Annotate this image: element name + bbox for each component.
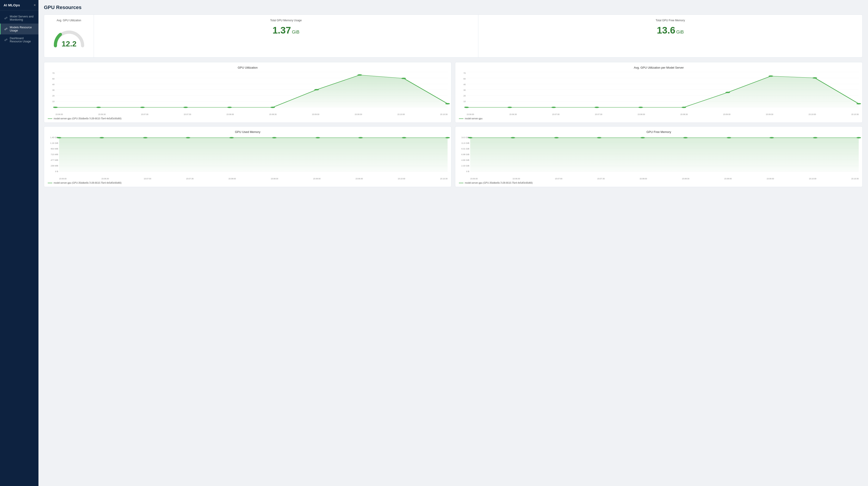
memory-usage-value: 1.37: [273, 26, 291, 35]
gpu-free-memory-title: GPU Free Memory: [459, 130, 859, 134]
sidebar-item-dashboard-resource[interactable]: ☍ Dashboard Resource Usage: [0, 34, 38, 45]
svg-point-35: [857, 103, 861, 105]
avg-gpu-wrapper: 70 60 40 30 20 10 0: [459, 72, 859, 113]
svg-point-67: [683, 137, 688, 138]
gpu-utilization-y-axis: 70 60 40 30 20 10 0: [48, 72, 55, 113]
gpu-used-memory-legend-text: model-server-gpu (GPU-35ddbe6b-7c38-6610…: [54, 182, 122, 184]
sidebar-header: AI MLOps ×: [0, 0, 38, 10]
svg-point-62: [468, 137, 473, 138]
svg-point-66: [640, 137, 645, 138]
svg-point-10: [140, 107, 145, 108]
sidebar-title: AI MLOps: [4, 3, 20, 7]
gauge-title: Avg. GPU Utilization: [49, 19, 89, 22]
gpu-free-memory-chart: GPU Free Memory 14.0 GiB 11.6 GiB 9.31 G…: [455, 126, 863, 187]
avg-gpu-title: Avg. GPU Utilization per Model Server: [459, 66, 859, 69]
gauge-svg: 12.2: [51, 27, 87, 49]
gpu-utilization-title: GPU Utilization: [48, 66, 447, 69]
svg-point-45: [99, 137, 104, 138]
sidebar-item-label-dashboard-resource: Dashboard Resource Usage: [10, 37, 35, 43]
gpu-utilization-svg: [56, 72, 447, 113]
avg-gpu-svg: [467, 72, 859, 113]
svg-point-53: [445, 137, 450, 138]
svg-point-46: [143, 137, 148, 138]
gpu-used-memory-y-axis: 1.40 GiB 1.16 GiB 954 MiB 715 MiB 477 Mi…: [48, 136, 58, 177]
gpu-utilization-legend: model-server-gpu (GPU-35ddbe6b-7c38-6610…: [48, 117, 447, 120]
memory-usage-card: Total GPU Memory Usage 1.37 GiB: [94, 15, 478, 57]
gauge-card: Avg. GPU Utilization 12.2: [44, 15, 94, 57]
gpu-utilization-chart: GPU Utilization 70 60 40 30 20 10 0: [44, 62, 452, 123]
svg-marker-61: [470, 138, 859, 172]
memory-usage-unit: GiB: [292, 30, 299, 34]
avg-gpu-legend: model-server-gpu: [459, 117, 859, 120]
svg-marker-7: [56, 75, 447, 107]
gpu-utilization-wrapper: 70 60 40 30 20 10 0: [48, 72, 447, 113]
svg-point-29: [594, 107, 599, 108]
summary-cards: Avg. GPU Utilization 12.2 Total GPU Memo…: [44, 15, 863, 58]
svg-point-26: [464, 107, 469, 108]
gpu-free-memory-legend: model-server-gpu (GPU-35ddbe6b-7c38-6610…: [459, 182, 859, 184]
main-content: GPU Resources Avg. GPU Utilization 12.2 …: [38, 0, 868, 486]
avg-gpu-chart: Avg. GPU Utilization per Model Server 70…: [455, 62, 863, 123]
free-memory-value: 13.6: [657, 26, 676, 35]
svg-point-71: [857, 137, 861, 138]
gpu-utilization-legend-text: model-server-gpu (GPU-35ddbe6b-7c38-6610…: [54, 117, 122, 120]
svg-point-63: [511, 137, 516, 138]
svg-point-30: [638, 107, 643, 108]
sidebar: AI MLOps × ☍ Model Servers and Monitorin…: [0, 0, 38, 486]
svg-point-68: [726, 137, 731, 138]
svg-point-69: [769, 137, 774, 138]
svg-point-48: [229, 137, 234, 138]
svg-point-49: [272, 137, 277, 138]
gauge-value-text: 12.2: [61, 39, 76, 48]
svg-point-52: [402, 137, 406, 138]
svg-point-16: [401, 78, 406, 79]
legend-line-gpu-util: [48, 118, 52, 119]
svg-point-14: [314, 89, 319, 90]
gpu-free-memory-svg: [470, 136, 859, 177]
svg-point-8: [53, 107, 58, 108]
legend-line-used-mem: [48, 183, 52, 183]
gpu-used-memory-legend: model-server-gpu (GPU-35ddbe6b-7c38-6610…: [48, 182, 447, 184]
gpu-used-memory-wrapper: 1.40 GiB 1.16 GiB 954 MiB 715 MiB 477 Mi…: [48, 136, 447, 177]
free-memory-unit: GiB: [676, 30, 684, 34]
gpu-utilization-x-axis: 15:06:00 15:06:30 15:07:00 15:07:30 15:0…: [48, 113, 447, 115]
svg-point-12: [227, 107, 232, 108]
sidebar-item-label-models-resource: Models Resource Usage: [10, 26, 35, 32]
legend-line-free-mem: [459, 183, 463, 183]
free-memory-card: Total GPU Free Memory 13.6 GiB: [478, 15, 863, 57]
svg-point-51: [358, 137, 363, 138]
svg-marker-43: [59, 138, 447, 172]
avg-gpu-x-axis: 15:06:00 15:06:30 15:07:00 15:07:30 15:0…: [459, 113, 859, 115]
nav-icon-model-servers: ☍: [4, 16, 7, 20]
svg-point-50: [315, 137, 320, 138]
charts-grid: GPU Utilization 70 60 40 30 20 10 0: [44, 62, 863, 187]
svg-point-31: [682, 107, 686, 108]
svg-point-70: [813, 137, 817, 138]
gauge-container: 12.2: [49, 24, 89, 53]
sidebar-nav: ☍ Model Servers and Monitoring ☍ Models …: [0, 10, 38, 48]
svg-point-44: [57, 137, 62, 138]
svg-point-33: [769, 76, 773, 77]
gpu-used-memory-title: GPU Used Memory: [48, 130, 447, 134]
svg-marker-25: [467, 76, 859, 107]
svg-point-28: [551, 107, 556, 108]
nav-icon-models-resource: ☍: [4, 27, 7, 31]
svg-point-13: [270, 107, 275, 108]
gpu-used-memory-svg: [59, 136, 447, 177]
avg-gpu-y-axis: 70 60 40 30 20 10 0: [459, 72, 466, 113]
gpu-free-memory-wrapper: 14.0 GiB 11.6 GiB 9.31 GiB 6.98 GiB 4.66…: [459, 136, 859, 177]
close-button[interactable]: ×: [34, 3, 36, 7]
avg-gpu-legend-text: model-server-gpu: [465, 117, 483, 120]
svg-point-47: [186, 137, 190, 138]
memory-usage-title: Total GPU Memory Usage: [98, 19, 474, 22]
legend-line-avg-gpu: [459, 118, 463, 119]
sidebar-item-model-servers[interactable]: ☍ Model Servers and Monitoring: [0, 13, 38, 24]
svg-point-34: [812, 77, 817, 79]
sidebar-item-label-model-servers: Model Servers and Monitoring: [10, 15, 35, 21]
gpu-used-memory-x-axis: 15:06:00 15:06:30 15:07:00 15:07:30 15:0…: [48, 177, 447, 180]
svg-point-27: [507, 107, 512, 108]
sidebar-item-models-resource[interactable]: ☍ Models Resource Usage: [0, 24, 38, 34]
svg-point-32: [725, 92, 730, 93]
svg-point-64: [554, 137, 559, 138]
svg-point-11: [183, 107, 188, 108]
